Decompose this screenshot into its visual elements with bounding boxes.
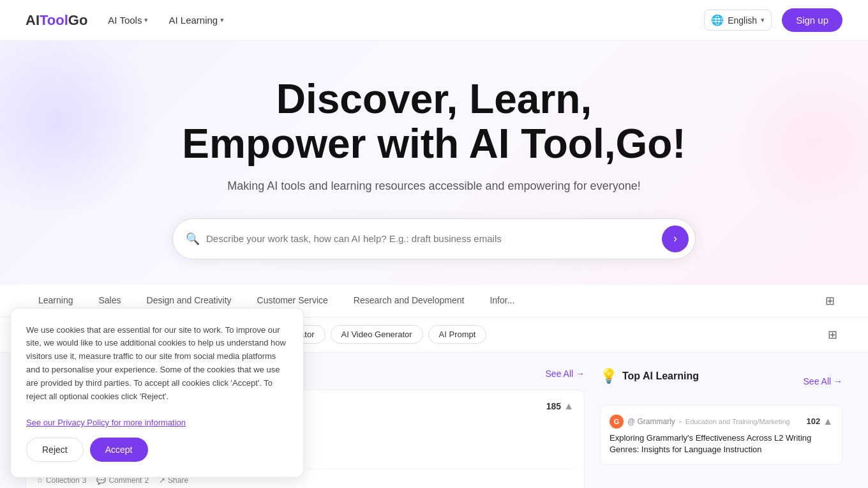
search-icon: 🔍 (186, 232, 200, 246)
navbar-right: 🌐 English ▾ Sign up (704, 8, 842, 32)
learning-vote: 102 ▲ (806, 416, 833, 427)
nav-ai-tools-label: AI Tools (108, 15, 142, 26)
chip-prompt[interactable]: AI Prompt (428, 325, 487, 344)
nav-ai-learning[interactable]: AI Learning ▾ (168, 10, 224, 31)
ai-learning-chevron-icon: ▾ (220, 16, 224, 24)
source-icon: G (610, 415, 624, 429)
hero-title: Discover, Learn, Empower with AI Tool,Go… (0, 77, 868, 167)
source-separator: - (679, 417, 682, 426)
tabs-expand-button[interactable]: ⊞ (818, 289, 842, 313)
source-category: Education and Training/Marketing (685, 418, 790, 425)
tab-research[interactable]: Research and Development (341, 285, 477, 317)
learning-section-title: Top AI Learning (622, 370, 699, 382)
search-input[interactable] (206, 233, 662, 244)
search-bar: 🔍 › (172, 218, 696, 259)
cookie-banner: We use cookies that are essential for ou… (10, 308, 304, 478)
ai-tools-chevron-icon: ▾ (144, 16, 148, 24)
nav-ai-tools[interactable]: AI Tools ▾ (108, 10, 148, 31)
learning-section-header: 💡 Top AI Learning See All → (600, 368, 842, 395)
cookie-privacy-link[interactable]: See our Privacy Policy for more informat… (26, 418, 186, 427)
logo[interactable]: AIToolGo (26, 12, 87, 29)
navbar: AIToolGo AI Tools ▾ AI Learning ▾ 🌐 Engl… (0, 0, 868, 41)
hero-section: Discover, Learn, Empower with AI Tool,Go… (0, 0, 868, 285)
learning-header: 💡 Top AI Learning (600, 368, 699, 385)
learning-card: G @ Grammarly - Education and Training/M… (600, 405, 842, 465)
navbar-left: AIToolGo AI Tools ▾ AI Learning ▾ (26, 10, 224, 31)
source-label: @ Grammarly (627, 417, 675, 426)
cookie-accept-button[interactable]: Accept (90, 438, 148, 462)
cookie-actions: Reject Accept (26, 438, 288, 462)
cookie-reject-button[interactable]: Reject (26, 438, 84, 462)
hero-title-line2: Empower with AI Tool,Go! (182, 121, 685, 167)
cookie-text: We use cookies that are essential for ou… (26, 324, 288, 430)
learning-source: G @ Grammarly - Education and Training/M… (610, 415, 790, 429)
lang-chevron-icon: ▾ (761, 16, 765, 24)
nav-ai-learning-label: AI Learning (168, 15, 218, 26)
language-label: English (728, 15, 757, 26)
hero-title-line1: Discover, Learn, (276, 76, 592, 122)
learning-vote-count: 102 (806, 416, 820, 426)
right-panel: 💡 Top AI Learning See All → G @ Grammarl… (600, 368, 842, 488)
search-arrow-icon: › (673, 232, 677, 245)
tools-see-all[interactable]: See All → (546, 369, 585, 379)
signup-button[interactable]: Sign up (782, 8, 842, 32)
globe-icon: 🌐 (711, 14, 724, 26)
vote-count: 185 ▲ (546, 400, 574, 412)
vote-number: 185 (546, 401, 561, 411)
learning-bulb-icon: 💡 (600, 368, 617, 385)
learning-upvote-button[interactable]: ▲ (823, 416, 833, 427)
search-submit-button[interactable]: › (662, 225, 689, 252)
chip-video-generator[interactable]: AI Video Generator (331, 325, 423, 344)
chips-expand-button[interactable]: ⊞ (823, 325, 842, 344)
upvote-button[interactable]: ▲ (564, 400, 574, 412)
hero-subtitle: Making AI tools and learning resources a… (0, 179, 868, 193)
tab-info[interactable]: Infor... (477, 285, 527, 317)
language-selector[interactable]: 🌐 English ▾ (704, 10, 772, 31)
learning-see-all[interactable]: See All → (804, 376, 842, 386)
learning-card-title: Exploring Grammarly's Effectiveness Acro… (610, 432, 833, 455)
learning-meta: G @ Grammarly - Education and Training/M… (610, 415, 833, 429)
